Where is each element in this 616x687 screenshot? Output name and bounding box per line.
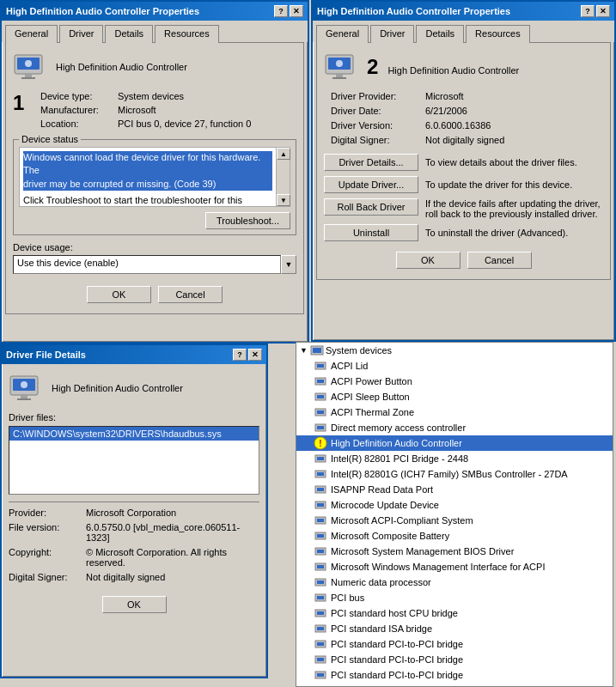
help-button-2[interactable]: ? — [581, 5, 595, 17]
tree-item-label: Intel(R) 82801 PCI Bridge - 2448 — [331, 453, 468, 464]
field-label-loc: Location: — [40, 119, 118, 129]
tree-item-label: PCI bus — [331, 593, 364, 603]
device-tree-container[interactable]: ▼ System devices ACPI LidACPI Power Butt… — [296, 343, 613, 686]
svg-rect-56 — [317, 658, 324, 661]
tree-item[interactable]: PCI standard PCI-to-PCI bridge — [296, 652, 613, 667]
info-label-copyright-3: Copyright: — [9, 547, 86, 568]
select-field-usage[interactable]: Use this device (enable) — [13, 255, 281, 274]
info-label-version-3: File version: — [9, 522, 86, 543]
info-value-signer: Not digitally signed — [425, 135, 504, 145]
ok-button-1[interactable]: OK — [87, 286, 151, 303]
update-driver-button[interactable]: Update Driver... — [324, 176, 418, 193]
tree-item[interactable]: ACPI Lid — [296, 358, 613, 374]
tree-item[interactable]: PCI bus — [296, 590, 613, 605]
scroll-up-1[interactable]: ▲ — [277, 148, 290, 160]
tree-item[interactable]: !High Definition Audio Controller — [296, 435, 613, 451]
tree-item-label: ACPI Thermal Zone — [331, 407, 414, 417]
tree-item[interactable]: PCI standard PCI-to-PCI bridge — [296, 636, 613, 652]
file-item-3[interactable]: C:\WINDOWS\system32\DRIVERS\hdaudbus.sys — [9, 427, 259, 441]
tree-item[interactable]: Microsoft System Management BIOS Driver — [296, 544, 613, 559]
tree-item[interactable]: Microsoft Composite Battery — [296, 528, 613, 544]
tree-item[interactable]: Intel(R) 82801 PCI Bridge - 2448 — [296, 451, 613, 466]
svg-rect-50 — [317, 611, 324, 615]
svg-rect-2 — [25, 74, 32, 77]
tree-item[interactable]: ACPI Power Button — [296, 374, 613, 389]
svg-rect-44 — [317, 565, 324, 568]
svg-rect-3 — [21, 77, 35, 79]
ok-button-2[interactable]: OK — [396, 252, 460, 269]
ok-button-3[interactable]: OK — [102, 596, 167, 613]
tree-item-label: Plug and Play Software Device Enumerator — [331, 685, 513, 686]
tree-item-label: ACPI Sleep Button — [331, 392, 410, 402]
device-list-icon — [314, 684, 327, 686]
tree-item[interactable]: Microsoft ACPI-Compliant System — [296, 513, 613, 528]
tree-item[interactable]: PCI standard ISA bridge — [296, 621, 613, 636]
help-button-1[interactable]: ? — [274, 5, 288, 17]
tree-item[interactable]: Intel(R) 82801G (ICH7 Family) SMBus Cont… — [296, 466, 613, 482]
tree-item[interactable]: ISAPNP Read Data Port — [296, 482, 613, 497]
device-list-icon — [314, 405, 327, 419]
close-button-3[interactable]: ✕ — [248, 349, 262, 361]
uninstall-button[interactable]: Uninstall — [324, 224, 418, 241]
status-line-2: driver may be corrupted or missing. (Cod… — [23, 178, 272, 191]
field-label-mfr: Manufacturer: — [40, 105, 118, 115]
fields-1: Device type: System devices Manufacturer… — [40, 91, 251, 132]
cancel-button-2[interactable]: Cancel — [467, 252, 532, 269]
tree-item[interactable]: ACPI Thermal Zone — [296, 404, 613, 420]
uninstall-desc: To uninstall the driver (Advanced). — [425, 228, 568, 238]
expand-icon: ▼ — [300, 346, 308, 355]
tab-details-1[interactable]: Details — [105, 25, 153, 43]
driver-details-desc: To view details about the driver files. — [425, 157, 577, 167]
tab-driver-2[interactable]: Driver — [370, 25, 414, 43]
tab-resources-2[interactable]: Resources — [466, 25, 530, 43]
help-button-3[interactable]: ? — [233, 349, 247, 361]
info-section-1: 1 Device type: System devices Manufactur… — [13, 91, 296, 132]
status-line-1: Windows cannot load the device driver fo… — [23, 151, 272, 178]
window4: ▼ System devices ACPI LidACPI Power Butt… — [296, 342, 613, 687]
tree-item[interactable]: Numeric data processor — [296, 575, 613, 590]
device-usage-select[interactable]: Use this device (enable) ▼ — [13, 255, 296, 274]
file-list-3: C:\WINDOWS\system32\DRIVERS\hdaudbus.sys — [9, 426, 259, 495]
select-arrow-usage[interactable]: ▼ — [281, 255, 296, 274]
file-details-3: Provider: Microsoft Corporation File ver… — [9, 508, 259, 582]
driver-details-button[interactable]: Driver Details... — [324, 154, 418, 171]
svg-text:!: ! — [319, 439, 321, 448]
scroll-down-1[interactable]: ▼ — [277, 194, 290, 206]
tree-item[interactable]: Plug and Play Software Device Enumerator — [296, 683, 613, 686]
tree-item[interactable]: Microcode Update Device — [296, 497, 613, 513]
tab-general-1[interactable]: General — [5, 25, 58, 43]
device-list-icon — [314, 606, 327, 620]
tab-details-2[interactable]: Details — [416, 25, 464, 43]
rollback-driver-button[interactable]: Roll Back Driver — [324, 198, 418, 216]
svg-rect-40 — [317, 534, 324, 538]
troubleshoot-row: Troubleshoot... — [19, 212, 290, 229]
device-list-icon — [314, 653, 327, 666]
svg-rect-20 — [317, 380, 324, 383]
cancel-button-1[interactable]: Cancel — [158, 286, 223, 303]
info-row-version-3: File version: 6.0.5750.0 [vbl_media_core… — [9, 522, 259, 543]
tree-item[interactable]: Direct memory access controller — [296, 420, 613, 435]
tree-item[interactable]: PCI standard host CPU bridge — [296, 605, 613, 621]
driver-fields-2: Driver Provider: Microsoft Driver Date: … — [324, 91, 603, 145]
tree-item[interactable]: PCI standard PCI-to-PCI bridge — [296, 667, 613, 683]
svg-rect-46 — [317, 581, 324, 584]
tab-general-2[interactable]: General — [316, 25, 369, 43]
svg-rect-13 — [17, 398, 31, 400]
scrollbar-v-1[interactable]: ▲ ▼ — [276, 148, 290, 206]
device-list-icon — [314, 514, 327, 527]
device-list-icon — [314, 668, 327, 682]
close-button-1[interactable]: ✕ — [290, 5, 303, 17]
device-icon-1 — [13, 50, 47, 84]
info-value-date: 6/21/2006 — [425, 106, 467, 116]
troubleshoot-button[interactable]: Troubleshoot... — [205, 212, 290, 229]
tab-resources-1[interactable]: Resources — [155, 25, 219, 43]
tree-category-row[interactable]: ▼ System devices — [296, 343, 613, 358]
close-button-2[interactable]: ✕ — [596, 5, 610, 17]
tree-item[interactable]: ACPI Sleep Button — [296, 389, 613, 404]
device-list-icon — [314, 483, 327, 496]
tab-driver-1[interactable]: Driver — [59, 25, 103, 43]
driver-btn-row-2: Roll Back Driver If the device fails aft… — [324, 198, 603, 219]
status-group-label-1: Device status — [19, 134, 81, 144]
driver-files-label-3: Driver files: — [9, 412, 259, 423]
tree-item[interactable]: Microsoft Windows Management Interface f… — [296, 559, 613, 575]
